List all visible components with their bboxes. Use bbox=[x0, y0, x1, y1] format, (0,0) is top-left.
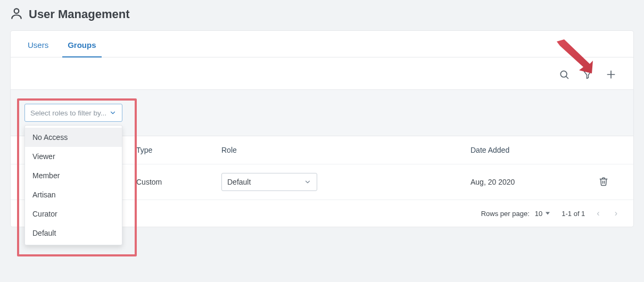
content-panel: Users Groups Select roles to filter by..… bbox=[11, 31, 633, 227]
row-type-cell: Custom bbox=[136, 178, 221, 186]
option-viewer[interactable]: Viewer bbox=[25, 147, 122, 166]
row-date-cell: Aug, 20 2020 bbox=[470, 178, 588, 186]
col-header-actions bbox=[588, 146, 620, 154]
svg-line-2 bbox=[566, 77, 568, 79]
col-header-role: Role bbox=[221, 146, 470, 154]
option-curator[interactable]: Curator bbox=[25, 204, 122, 223]
col-header-type: Type bbox=[136, 146, 221, 154]
pager-prev[interactable]: ‹ bbox=[597, 209, 599, 218]
role-filter-wrap: Select roles to filter by... No Access V… bbox=[24, 104, 122, 122]
role-filter-select[interactable]: Select roles to filter by... bbox=[24, 104, 122, 122]
role-filter-placeholder: Select roles to filter by... bbox=[30, 109, 106, 117]
chevron-down-icon bbox=[304, 178, 311, 186]
option-member[interactable]: Member bbox=[25, 166, 122, 185]
add-icon[interactable] bbox=[605, 68, 617, 81]
toolbar bbox=[11, 57, 633, 89]
pager-next[interactable]: › bbox=[615, 209, 617, 218]
rpp-value: 10 bbox=[535, 210, 542, 218]
row-actions-cell bbox=[588, 177, 620, 188]
rpp-select[interactable]: 10 bbox=[535, 210, 550, 218]
page-title: User Management bbox=[29, 7, 130, 21]
tab-strip: Users Groups bbox=[11, 31, 633, 57]
rows-per-page: Rows per page: 10 bbox=[481, 210, 550, 218]
search-icon[interactable] bbox=[558, 68, 571, 81]
pager-nav: ‹ › bbox=[597, 209, 617, 218]
tab-users[interactable]: Users bbox=[18, 31, 58, 57]
delete-button[interactable] bbox=[599, 177, 608, 188]
filter-bar: Select roles to filter by... No Access V… bbox=[11, 89, 633, 136]
user-icon bbox=[10, 6, 23, 22]
trash-icon bbox=[599, 177, 608, 186]
row-role-value: Default bbox=[227, 178, 251, 186]
row-role-cell: Default bbox=[221, 173, 470, 191]
svg-point-0 bbox=[14, 9, 19, 13]
rpp-label: Rows per page: bbox=[481, 210, 530, 218]
page-header: User Management bbox=[0, 0, 644, 28]
option-no-access[interactable]: No Access bbox=[25, 128, 122, 147]
tab-groups[interactable]: Groups bbox=[58, 31, 105, 57]
row-role-select[interactable]: Default bbox=[221, 173, 317, 191]
svg-marker-6 bbox=[546, 212, 550, 215]
pager-range: 1-1 of 1 bbox=[562, 210, 585, 218]
role-filter-dropdown: No Access Viewer Member Artisan Curator … bbox=[24, 125, 122, 245]
option-artisan[interactable]: Artisan bbox=[25, 185, 122, 204]
filter-icon[interactable] bbox=[581, 68, 594, 81]
chevron-down-icon bbox=[109, 109, 117, 117]
col-header-date: Date Added bbox=[470, 146, 588, 154]
svg-marker-3 bbox=[584, 71, 591, 79]
caret-down-icon bbox=[546, 211, 550, 215]
option-default[interactable]: Default bbox=[25, 223, 122, 243]
